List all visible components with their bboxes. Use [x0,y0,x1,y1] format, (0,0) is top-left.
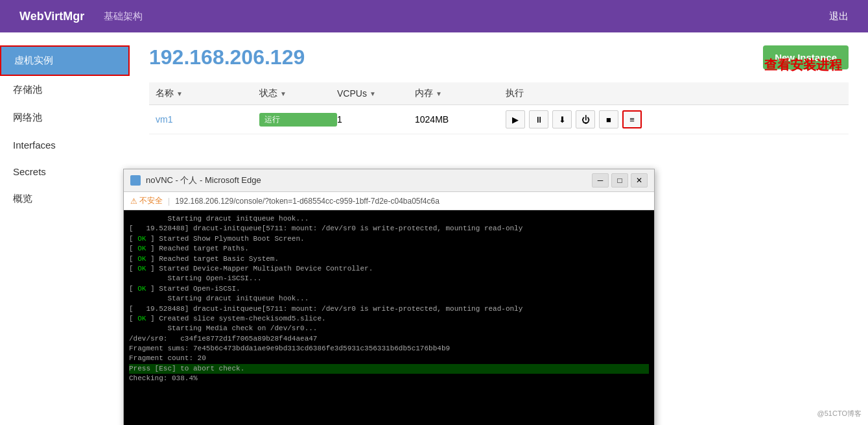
sidebar: 虚机实例 存储池 网络池 Interfaces Secrets 概览 [0,32,130,213]
topnav: WebVirtMgr 基础架构 退出 [0,0,868,32]
sidebar-item-secrets[interactable]: Secrets [0,158,130,185]
install-note: 查看安装进程 [764,56,842,74]
play-button[interactable]: ▶ [506,110,525,128]
novnc-title-text: noVNC - 个人 - Microsoft Edge [146,175,261,186]
security-warning: ⚠ 不安全 [130,195,163,206]
novnc-app-icon [130,175,141,186]
page-header: 192.168.206.129 New Instance [149,45,849,69]
col-memory-header: 内存 ▼ [415,88,506,99]
maximize-button[interactable]: □ [611,173,628,188]
menu-button[interactable]: ≡ [622,110,642,128]
sort-arrow-memory[interactable]: ▼ [436,90,442,97]
col-actions-header: 执行 [506,88,842,99]
col-status-header: 状态 ▼ [259,88,337,99]
col-memory-cell: 1024MB [415,114,506,125]
action-buttons: ▶ ⏸ ⬇ ⏻ ■ ≡ [506,110,642,128]
console-line: [ 19.528488] dracut-initqueue[5711: moun… [129,304,649,314]
sidebar-item-overview[interactable]: 概览 [0,185,130,213]
console-line: Starting Open-iSCSI... [129,274,649,284]
table-row: vm1 运行 1 1024MB ▶ ⏸ ⬇ ⏻ ■ ≡ [149,105,849,134]
status-badge: 运行 [259,113,337,127]
warning-icon: ⚠ [130,197,137,206]
console-line: [ OK ] Reached target Basic System. [129,254,649,264]
infra-link[interactable]: 基础架构 [104,10,143,23]
sidebar-item-storage[interactable]: 存储池 [0,76,130,104]
sort-arrow-vcpus[interactable]: ▼ [369,90,376,97]
novnc-addressbar: ⚠ 不安全 | 192.168.206.129/console/?token=1… [124,192,654,210]
console-line: Fragment count: 20 [129,354,649,363]
close-button[interactable]: ✕ [631,173,648,188]
novnc-titlebar: noVNC - 个人 - Microsoft Edge ─ □ ✕ [124,169,654,192]
console-line: Checking: 038.4% [129,374,649,383]
console-line: [ OK ] Started Device-Mapper Multipath D… [129,264,649,274]
console-line: Starting Media check on /dev/sr0... [129,324,649,334]
col-name-header: 名称 ▼ [156,88,259,99]
console-line: Press [Esc] to abort check. [129,364,649,374]
novnc-title-controls: ─ □ ✕ [592,173,648,188]
page-title: 192.168.206.129 [149,45,305,69]
console-line: [ OK ] Started Open-iSCSI. [129,284,649,294]
topnav-brand: WebVirtMgr [19,10,84,23]
novnc-title-left: noVNC - 个人 - Microsoft Edge [130,175,261,186]
console-line: [ 19.528488] dracut-initqueue[5711: moun… [129,224,649,234]
sidebar-item-network[interactable]: 网络池 [0,104,130,132]
console-line: [ OK ] Reached target Paths. [129,244,649,254]
console-line: Starting dracut initqueue hook... [129,294,649,304]
sidebar-item-vms[interactable]: 虚机实例 [0,45,130,76]
download-button[interactable]: ⬇ [552,110,572,128]
table-header: 名称 ▼ 状态 ▼ VCPUs ▼ 内存 ▼ 执行 [149,82,849,105]
console-line: [ OK ] Created slice system-checkisomd5.… [129,314,649,324]
stop-button[interactable]: ■ [599,110,618,128]
pause-button[interactable]: ⏸ [529,110,548,128]
col-vcpus-cell: 1 [337,114,415,125]
col-status-cell: 运行 [259,113,337,127]
console-line: Starting dracut initqueue hook... [129,214,649,224]
minimize-button[interactable]: ─ [592,173,609,188]
topnav-left: WebVirtMgr 基础架构 [19,10,143,23]
table-container: 查看安装进程 名称 ▼ 状态 ▼ VCPUs ▼ 内存 ▼ [149,82,849,134]
sort-arrow-status[interactable]: ▼ [280,90,287,97]
logout-button[interactable]: 退出 [829,10,849,23]
console-line: Fragment sums: 7e45b6c473bdda1ae9e9bd313… [129,344,649,354]
watermark: @51CTO博客 [817,409,862,419]
console-line: [ OK ] Started Show Plymouth Boot Screen… [129,234,649,244]
col-vcpus-header: VCPUs ▼ [337,88,415,99]
vm-link[interactable]: vm1 [156,114,259,125]
novnc-window: noVNC - 个人 - Microsoft Edge ─ □ ✕ ⚠ 不安全 … [123,169,655,425]
novnc-console[interactable]: Starting dracut initqueue hook...[ 19.52… [124,210,654,425]
console-line: /dev/sr0: c34f1e8772d1f7065a89b28f4d4aea… [129,334,649,344]
url-text[interactable]: 192.168.206.129/console/?token=1-d68554c… [175,197,648,206]
power-button[interactable]: ⏻ [576,110,595,128]
sort-arrow-name[interactable]: ▼ [176,90,183,97]
sidebar-item-interfaces[interactable]: Interfaces [0,132,130,158]
